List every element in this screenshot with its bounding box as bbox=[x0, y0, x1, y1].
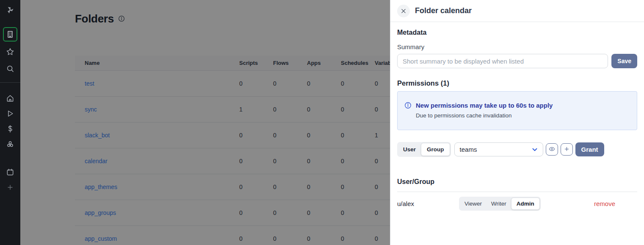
search-icon[interactable] bbox=[3, 61, 18, 76]
schedules-calendar-icon[interactable] bbox=[3, 164, 18, 180]
role-writer[interactable]: Writer bbox=[486, 198, 511, 209]
folder-drawer: Folder calendar Metadata Summary Save Pe… bbox=[390, 0, 644, 245]
summary-label: Summary bbox=[397, 43, 637, 50]
user-group-heading: User/Group bbox=[397, 178, 637, 186]
variables-dollar-icon[interactable] bbox=[3, 121, 18, 136]
permissions-heading: Permissions (1) bbox=[397, 79, 637, 87]
eye-icon bbox=[549, 146, 555, 153]
sidebar bbox=[0, 0, 20, 245]
grant-button[interactable]: Grant bbox=[575, 142, 604, 156]
view-group-button[interactable] bbox=[546, 143, 558, 156]
alert-info-icon bbox=[404, 102, 412, 109]
role-toggle: Viewer Writer Admin bbox=[459, 197, 541, 211]
toggle-user[interactable]: User bbox=[398, 144, 421, 155]
entry-name: u/alex bbox=[397, 200, 459, 207]
chevron-down-icon bbox=[531, 146, 539, 153]
close-icon[interactable] bbox=[397, 5, 410, 17]
summary-input[interactable] bbox=[397, 54, 608, 68]
group-select-value: teams bbox=[460, 146, 531, 153]
owner-type-toggle: User Group bbox=[397, 142, 451, 157]
add-plus-icon[interactable] bbox=[3, 180, 18, 195]
sidebar-divider bbox=[0, 82, 20, 83]
drawer-header: Folder calendar bbox=[390, 0, 644, 22]
favorites-star-icon[interactable] bbox=[3, 44, 18, 59]
groups-icon[interactable] bbox=[3, 136, 18, 152]
remove-link[interactable]: remove bbox=[594, 200, 615, 207]
save-button[interactable]: Save bbox=[611, 54, 637, 68]
metadata-heading: Metadata bbox=[397, 29, 637, 36]
home-icon[interactable] bbox=[3, 91, 18, 106]
role-viewer[interactable]: Viewer bbox=[460, 198, 486, 209]
alert-subtitle: Due to permissions cache invalidation bbox=[416, 112, 630, 119]
permission-entry-row: u/alex Viewer Writer Admin remove bbox=[397, 192, 637, 211]
folders-nav-icon[interactable] bbox=[3, 27, 17, 42]
group-select[interactable]: teams bbox=[454, 142, 543, 156]
permissions-alert: New permissions may take up to 60s to ap… bbox=[397, 91, 637, 130]
runs-play-icon[interactable] bbox=[3, 106, 18, 121]
windmill-logo-icon[interactable] bbox=[0, 0, 20, 20]
role-admin[interactable]: Admin bbox=[511, 198, 540, 210]
toggle-group[interactable]: Group bbox=[421, 143, 450, 156]
drawer-title: Folder calendar bbox=[415, 6, 472, 15]
add-group-button[interactable] bbox=[561, 143, 573, 156]
alert-title: New permissions may take up to 60s to ap… bbox=[416, 102, 553, 109]
plus-icon bbox=[564, 146, 570, 153]
